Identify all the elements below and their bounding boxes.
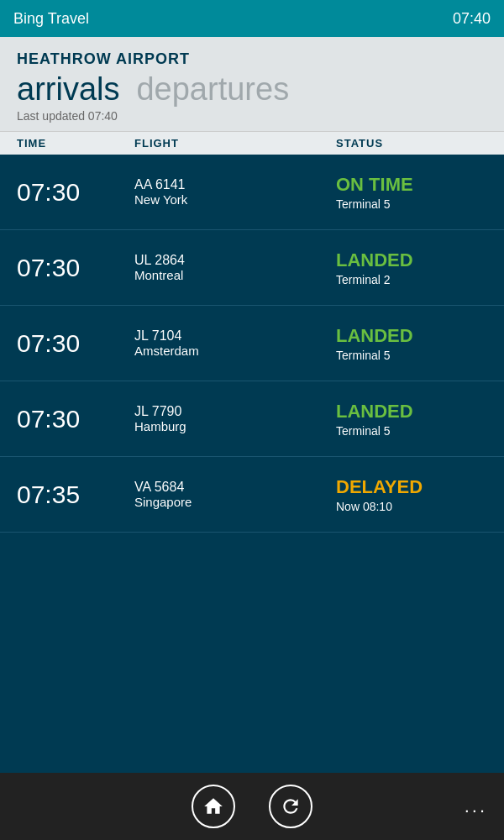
app-name: Bing Travel bbox=[13, 10, 89, 28]
status-sub-1: Terminal 2 bbox=[336, 273, 487, 286]
status-sub-0: Terminal 5 bbox=[336, 197, 487, 211]
status-label-3: LANDED bbox=[336, 401, 487, 423]
flight-city-4: Singapore bbox=[134, 495, 336, 509]
flight-number-1: UL 2864 bbox=[134, 253, 336, 268]
flight-city-0: New York bbox=[134, 192, 336, 207]
table-row[interactable]: 07:30 UL 2864 Montreal LANDED Terminal 2 bbox=[0, 230, 504, 306]
flight-status-3: LANDED Terminal 5 bbox=[336, 401, 487, 438]
col-header-time: TIME bbox=[17, 137, 134, 150]
table-row[interactable]: 07:30 AA 6141 New York ON TIME Terminal … bbox=[0, 155, 504, 230]
table-row[interactable]: 07:30 JL 7790 Hamburg LANDED Terminal 5 bbox=[0, 381, 504, 457]
flight-info-0: AA 6141 New York bbox=[134, 177, 336, 207]
flight-number-3: JL 7790 bbox=[134, 404, 336, 419]
bottom-bar: ... bbox=[0, 773, 504, 840]
flight-status-0: ON TIME Terminal 5 bbox=[336, 174, 487, 211]
flight-status-4: DELAYED Now 08:10 bbox=[336, 476, 487, 513]
column-headers: TIME FLIGHT STATUS bbox=[0, 131, 504, 155]
flight-info-1: UL 2864 Montreal bbox=[134, 253, 336, 282]
flight-time-2: 07:30 bbox=[17, 329, 134, 358]
flight-number-0: AA 6141 bbox=[134, 177, 336, 192]
flight-info-4: VA 5684 Singapore bbox=[134, 480, 336, 509]
flight-city-3: Hamburg bbox=[134, 419, 336, 433]
flight-time-0: 07:30 bbox=[17, 178, 134, 207]
flight-number-4: VA 5684 bbox=[134, 480, 336, 495]
flight-city-1: Montreal bbox=[134, 268, 336, 282]
last-updated: Last updated 07:40 bbox=[17, 109, 487, 123]
status-sub-2: Terminal 5 bbox=[336, 349, 487, 362]
tabs: arrivals departures bbox=[17, 71, 487, 108]
status-label-2: LANDED bbox=[336, 325, 487, 347]
table-row[interactable]: 07:35 VA 5684 Singapore DELAYED Now 08:1… bbox=[0, 457, 504, 533]
tab-departures[interactable]: departures bbox=[136, 71, 289, 108]
flight-time-3: 07:30 bbox=[17, 405, 134, 433]
flight-number-2: JL 7104 bbox=[134, 328, 336, 344]
tab-arrivals[interactable]: arrivals bbox=[17, 71, 119, 108]
table-row[interactable]: 07:30 JL 7104 Amsterdam LANDED Terminal … bbox=[0, 306, 504, 381]
status-label-0: ON TIME bbox=[336, 174, 487, 196]
more-options-button[interactable]: ... bbox=[465, 795, 487, 817]
col-header-status: STATUS bbox=[336, 137, 487, 150]
flight-info-2: JL 7104 Amsterdam bbox=[134, 328, 336, 358]
status-time: 07:40 bbox=[453, 10, 491, 28]
status-bar: Bing Travel 07:40 bbox=[0, 0, 504, 37]
header: HEATHROW AIRPORT arrivals departures Las… bbox=[0, 37, 504, 131]
status-label-1: LANDED bbox=[336, 249, 487, 271]
flight-time-4: 07:35 bbox=[17, 480, 134, 509]
flight-city-2: Amsterdam bbox=[134, 344, 336, 358]
flight-info-3: JL 7790 Hamburg bbox=[134, 404, 336, 433]
flight-time-1: 07:30 bbox=[17, 254, 134, 282]
col-header-flight: FLIGHT bbox=[134, 137, 336, 150]
flight-status-1: LANDED Terminal 2 bbox=[336, 249, 487, 286]
flights-list: 07:30 AA 6141 New York ON TIME Terminal … bbox=[0, 155, 504, 533]
home-button[interactable] bbox=[192, 785, 235, 828]
status-label-4: DELAYED bbox=[336, 476, 487, 498]
airport-name: HEATHROW AIRPORT bbox=[17, 50, 487, 68]
status-sub-4: Now 08:10 bbox=[336, 500, 487, 513]
status-sub-3: Terminal 5 bbox=[336, 424, 487, 438]
flight-status-2: LANDED Terminal 5 bbox=[336, 325, 487, 362]
refresh-button[interactable] bbox=[269, 785, 312, 828]
